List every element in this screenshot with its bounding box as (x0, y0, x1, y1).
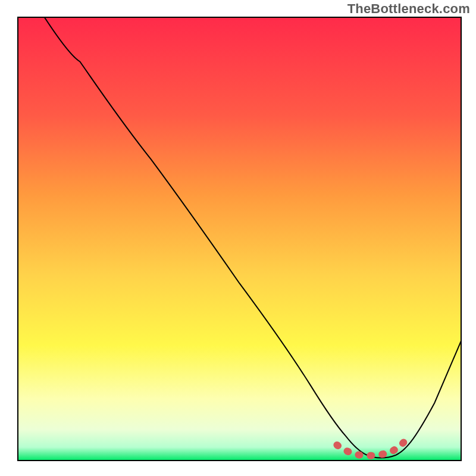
plot-background (18, 17, 461, 461)
bottleneck-chart (0, 0, 476, 476)
chart-container: TheBottleneck.com (0, 0, 476, 476)
